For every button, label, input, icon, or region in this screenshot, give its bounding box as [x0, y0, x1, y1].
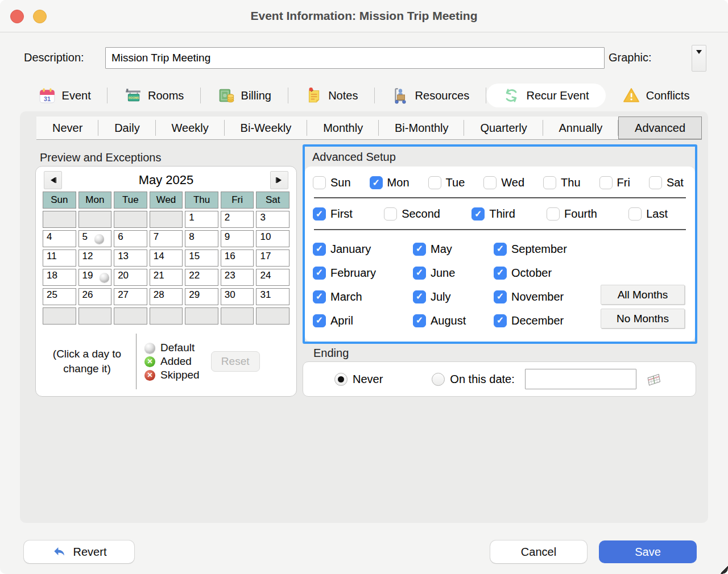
- next-month-button[interactable]: [270, 171, 288, 189]
- weekday-checkbox[interactable]: Wed: [483, 176, 524, 189]
- calendar-day-cell[interactable]: 15: [185, 249, 218, 267]
- tab-event[interactable]: 31 Event: [22, 84, 107, 107]
- tab-rooms[interactable]: ROOMS Rooms: [107, 84, 201, 107]
- checkbox-icon: [543, 176, 556, 189]
- calendar-day-cell[interactable]: [78, 211, 112, 228]
- calendar-day-cell[interactable]: 4: [43, 230, 76, 247]
- calendar-day-cell[interactable]: [114, 211, 147, 228]
- tab-recur-event[interactable]: Recur Event: [486, 84, 606, 107]
- calendar-day-cell[interactable]: 20: [114, 269, 147, 286]
- month-checkbox[interactable]: June: [413, 267, 494, 280]
- calendar-day-cell[interactable]: [150, 307, 183, 325]
- weekday-checkbox[interactable]: Tue: [428, 176, 465, 189]
- calendar-day-cell[interactable]: 27: [114, 288, 147, 305]
- month-checkbox[interactable]: July: [413, 290, 494, 303]
- previous-month-button[interactable]: [44, 171, 62, 189]
- recurrence-tab[interactable]: Advanced: [618, 117, 702, 139]
- description-input[interactable]: [105, 47, 605, 69]
- ordinal-checkbox[interactable]: Fourth: [547, 207, 597, 221]
- weekday-checkbox[interactable]: Fri: [599, 176, 630, 189]
- calendar-day-cell[interactable]: [221, 307, 254, 325]
- month-checkbox[interactable]: May: [413, 243, 494, 256]
- checkbox-icon: [494, 314, 507, 327]
- tab-billing[interactable]: Billing: [201, 84, 288, 107]
- calendar-day-cell[interactable]: 12: [78, 249, 112, 267]
- all-months-button[interactable]: All Months: [601, 285, 685, 305]
- recurrence-tab[interactable]: Monthly: [307, 117, 379, 139]
- calendar-day-cell[interactable]: [114, 307, 147, 325]
- calendar-day-cell[interactable]: 19: [78, 269, 112, 286]
- calendar-day-cell[interactable]: 10: [256, 230, 289, 247]
- recurrence-tab[interactable]: Never: [36, 117, 98, 139]
- tab-notes[interactable]: Notes: [288, 84, 375, 107]
- window-resize-grip[interactable]: [720, 566, 728, 574]
- calendar-day-cell[interactable]: 25: [43, 288, 76, 305]
- calendar-day-cell[interactable]: [185, 307, 218, 325]
- date-picker-icon[interactable]: [646, 369, 665, 389]
- weekday-checkbox[interactable]: Sun: [313, 176, 351, 189]
- day-number: 5: [82, 231, 88, 243]
- calendar-day-cell[interactable]: 24: [256, 269, 289, 286]
- recurrence-tab[interactable]: Bi-Weekly: [225, 117, 308, 139]
- preview-section-title: Preview and Exceptions: [40, 151, 161, 164]
- recurrence-tab[interactable]: Quarterly: [464, 117, 543, 139]
- calendar-day-cell[interactable]: 14: [150, 249, 183, 267]
- revert-button[interactable]: Revert: [24, 540, 134, 563]
- calendar-day-cell[interactable]: 8: [185, 230, 218, 247]
- no-months-button[interactable]: No Months: [601, 309, 685, 328]
- calendar-day-cell[interactable]: 9: [221, 230, 254, 247]
- calendar-day-cell[interactable]: 11: [43, 249, 76, 267]
- calendar-day-cell[interactable]: 17: [256, 249, 289, 267]
- graphic-dropdown-button[interactable]: [692, 45, 706, 72]
- tab-conflicts[interactable]: Conflicts: [606, 84, 706, 107]
- calendar-day-cell[interactable]: 26: [78, 288, 112, 305]
- calendar-day-cell[interactable]: 21: [150, 269, 183, 286]
- calendar-day-cell[interactable]: [43, 211, 76, 228]
- month-checkbox[interactable]: February: [313, 267, 413, 280]
- calendar-day-cell[interactable]: [256, 307, 289, 325]
- calendar-day-cell[interactable]: 2: [221, 211, 254, 228]
- weekday-checkbox[interactable]: Thu: [543, 176, 580, 189]
- calendar-day-cell[interactable]: 1: [185, 211, 218, 228]
- calendar-day-cell[interactable]: 22: [185, 269, 218, 286]
- ordinal-checkbox[interactable]: Last: [628, 207, 668, 221]
- month-checkbox[interactable]: August: [413, 314, 494, 327]
- ending-on-date-radio[interactable]: On this date:: [432, 373, 514, 386]
- ending-date-input[interactable]: [525, 369, 636, 389]
- ordinal-checkbox[interactable]: Third: [471, 207, 515, 221]
- month-checkbox[interactable]: April: [313, 314, 413, 327]
- calendar-day-cell[interactable]: 31: [256, 288, 289, 305]
- month-checkbox[interactable]: October: [494, 267, 624, 280]
- tab-resources[interactable]: Resources: [375, 84, 486, 107]
- calendar-day-cell[interactable]: 18: [43, 269, 76, 286]
- calendar-day-cell[interactable]: 23: [221, 269, 254, 286]
- calendar-day-cell[interactable]: 28: [150, 288, 183, 305]
- calendar-day-cell[interactable]: [43, 307, 76, 325]
- month-checkbox[interactable]: March: [313, 290, 413, 303]
- calendar-day-cell[interactable]: [150, 211, 183, 228]
- calendar-day-cell[interactable]: 30: [221, 288, 254, 305]
- month-checkbox[interactable]: January: [313, 243, 413, 256]
- calendar-day-cell[interactable]: 3: [256, 211, 289, 228]
- ordinal-checkbox[interactable]: First: [313, 207, 353, 221]
- calendar-day-cell[interactable]: 7: [150, 230, 183, 247]
- cancel-button[interactable]: Cancel: [490, 540, 587, 563]
- ordinal-checkbox[interactable]: Second: [384, 207, 440, 221]
- recurrence-tab[interactable]: Bi-Monthly: [379, 117, 464, 139]
- month-checkbox[interactable]: September: [494, 243, 624, 256]
- calendar-day-cell[interactable]: 6: [114, 230, 147, 247]
- recurrence-tab[interactable]: Daily: [98, 117, 155, 139]
- calendar-day-cell[interactable]: 29: [185, 288, 218, 305]
- recurrence-tab[interactable]: Weekly: [156, 117, 225, 139]
- reset-button[interactable]: Reset: [211, 351, 260, 372]
- calendar-day-cell[interactable]: 5: [78, 230, 112, 247]
- calendar-day-cell[interactable]: [78, 307, 112, 325]
- save-button[interactable]: Save: [599, 540, 697, 563]
- weekday-checkbox[interactable]: Sat: [649, 176, 684, 189]
- calendar-day-cell[interactable]: 16: [221, 249, 254, 267]
- ending-never-radio[interactable]: Never: [334, 373, 383, 386]
- recurrence-tab[interactable]: Annually: [543, 117, 619, 139]
- day-number: 20: [118, 270, 129, 281]
- weekday-checkbox[interactable]: Mon: [370, 176, 410, 189]
- calendar-day-cell[interactable]: 13: [114, 249, 147, 267]
